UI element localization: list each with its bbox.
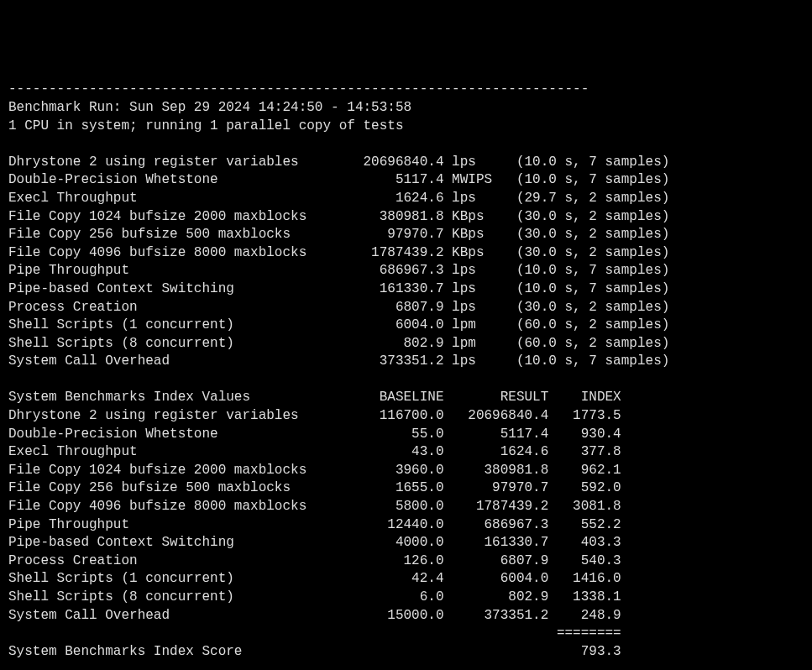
raw-results-block: Dhrystone 2 using register variables 206… bbox=[8, 154, 804, 371]
index-table-block: System Benchmarks Index Values BASELINE … bbox=[8, 389, 804, 661]
run-time: Sun Sep 29 2024 14:24:50 - 14:53:58 bbox=[129, 100, 411, 115]
sysinfo: 1 CPU in system; running 1 parallel copy… bbox=[8, 118, 403, 133]
terminal-output: ----------------------------------------… bbox=[8, 81, 804, 670]
run-label: Benchmark Run: bbox=[8, 100, 121, 115]
rule-top: ----------------------------------------… bbox=[8, 81, 589, 97]
